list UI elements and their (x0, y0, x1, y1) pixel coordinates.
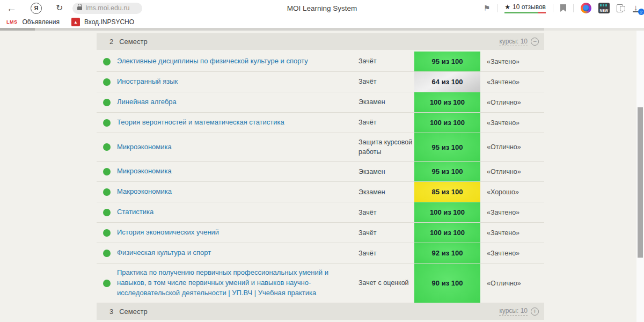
course-link[interactable]: Макроэкономика (117, 187, 172, 195)
course-row: Физическая культура и спорт Зачёт 92 из … (97, 243, 544, 264)
downloads-button[interactable]: ↓ 2 (632, 3, 642, 13)
course-title-cell: Макроэкономика (117, 182, 358, 201)
assessment-type: Экзамен (358, 183, 414, 201)
new-extension-icon[interactable]: NEW (598, 3, 610, 13)
grade-text: «Зачтено» (480, 245, 544, 261)
status-dot-cell (97, 280, 117, 287)
status-dot-icon (103, 209, 111, 216)
course-title-cell: Статистика (117, 203, 358, 222)
semester-2-header: 2 Семестр курсы: 10 − (97, 33, 544, 50)
course-title-cell: Линейная алгебра (117, 93, 358, 112)
score-badge: 100 из 100 (414, 113, 480, 133)
divider (573, 4, 574, 12)
course-link[interactable]: Микроэкономика (117, 167, 172, 175)
bookmark-announcements[interactable]: Объявления (23, 18, 60, 26)
course-link[interactable]: Физическая культура и спорт (117, 248, 211, 257)
status-dot-icon (103, 143, 111, 151)
address-bar[interactable]: lms.moi.edu.ru (72, 3, 142, 14)
assessment-type: Зачёт (358, 224, 414, 242)
status-dot-icon (103, 188, 111, 196)
vertical-scrollbar[interactable] (636, 31, 644, 322)
status-dot-cell (97, 99, 117, 106)
grade-text: «Зачтено» (480, 54, 544, 70)
status-dot-cell (97, 229, 117, 237)
download-arrow-icon: ↓ (634, 3, 638, 12)
course-row: Иностранный язык Зачёт 64 из 100 «Зачтен… (97, 72, 544, 92)
grade-text: «Отлично» (480, 164, 544, 180)
assessment-type: Зачет с оценкой (358, 274, 414, 292)
course-title-cell: Иностранный язык (117, 72, 358, 91)
courses-count-link[interactable]: курсы: 10 (499, 307, 528, 316)
status-dot-icon (103, 168, 111, 175)
star-icon: ★ (504, 3, 510, 11)
course-row: Линейная алгебра Экзамен 100 из 100 «Отл… (97, 92, 544, 113)
grade-text: «Отлично» (480, 275, 544, 291)
score-badge: 85 из 100 (414, 182, 480, 202)
score-badge: 90 из 100 (414, 264, 480, 303)
yandex-home-icon[interactable]: Я (31, 3, 42, 14)
lock-icon (77, 6, 82, 10)
expand-icon[interactable]: + (531, 308, 539, 316)
translate-flag-icon[interactable]: ⚑ (484, 4, 491, 12)
status-dot-cell (97, 58, 117, 65)
reviews-count: 10 отзывов (513, 3, 546, 11)
divider (553, 4, 553, 12)
course-link[interactable]: Статистика (117, 208, 153, 216)
status-dot-icon (103, 78, 111, 86)
course-link[interactable]: Элективные дисциплины по физической куль… (117, 57, 308, 65)
status-dot-cell (97, 168, 117, 175)
browser-toolbar: ← Я ↻ lms.moi.edu.ru MOI Learning System… (0, 0, 644, 16)
course-row: Статистика Зачёт 100 из 100 «Зачтено» (97, 202, 544, 223)
course-title-cell: История экономических учений (117, 223, 358, 242)
page-content: 2 Семестр курсы: 10 − Элективные дисципл… (0, 31, 636, 322)
toolbar-right-icons: ⚑ ★ 10 отзывов NEW ↓ 2 (484, 0, 642, 16)
course-link[interactable]: Линейная алгебра (117, 98, 177, 106)
status-dot-icon (103, 99, 111, 106)
assessment-type: Экзамен (358, 163, 414, 181)
semester-number: 3 (109, 308, 113, 316)
course-title-cell: Теория вероятностей и математическая ста… (117, 113, 358, 132)
score-badge: 100 из 100 (414, 92, 480, 112)
assessment-type: Зачёт (358, 203, 414, 222)
course-title-cell: Микроэкономика (117, 138, 358, 157)
divider (497, 4, 497, 12)
scrollbar-thumb[interactable] (638, 107, 643, 258)
grade-text: «Отлично» (480, 139, 544, 155)
back-icon[interactable]: ← (6, 3, 17, 13)
status-dot-icon (103, 229, 111, 237)
courses-count-link[interactable]: курсы: 10 (499, 38, 528, 46)
refresh-icon[interactable]: ↻ (56, 4, 63, 12)
download-count-badge: 2 (638, 9, 644, 15)
course-row: Теория вероятностей и математическая ста… (97, 113, 544, 133)
course-row: Практика по получению первичных професси… (97, 264, 544, 303)
course-link[interactable]: История экономических учений (117, 228, 219, 236)
collections-icon[interactable] (617, 4, 625, 12)
site-reviews[interactable]: ★ 10 отзывов (504, 3, 546, 13)
assessment-type: Защита курсовой работы (358, 133, 414, 161)
grade-text: «Зачтено» (480, 204, 544, 221)
collapse-icon[interactable]: − (531, 38, 539, 46)
url-text: lms.moi.edu.ru (85, 4, 129, 12)
score-badge: 92 из 100 (414, 243, 480, 263)
course-link[interactable]: Теория вероятностей и математическая ста… (117, 118, 284, 126)
extension-circle-icon[interactable] (581, 3, 591, 13)
grade-text: «Зачтено» (480, 115, 544, 131)
grade-text: «Зачтено» (480, 225, 544, 241)
course-link[interactable]: Иностранный язык (117, 77, 178, 85)
grade-table: 2 Семестр курсы: 10 − Элективные дисципл… (97, 33, 544, 320)
rating-bar (504, 12, 546, 13)
grade-text: «Хорошо» (480, 184, 544, 200)
score-badge: 95 из 100 (414, 52, 480, 71)
score-badge: 95 из 100 (414, 133, 480, 161)
course-title-cell: Микроэкономика (117, 162, 358, 181)
score-badge: 100 из 100 (414, 202, 480, 222)
bookmark-inpsycho[interactable]: Вход.INPSYCHO (84, 18, 134, 26)
assessment-type: Зачёт (358, 72, 414, 91)
grade-text: «Отлично» (480, 94, 544, 111)
course-link[interactable]: Практика по получению первичных професси… (117, 268, 328, 297)
course-rows: Элективные дисциплины по физической куль… (97, 50, 544, 303)
score-badge: 100 из 100 (414, 223, 480, 243)
bookmark-icon[interactable] (560, 4, 566, 12)
course-link[interactable]: Микроэкономика (117, 143, 172, 151)
score-badge: 95 из 100 (414, 162, 480, 181)
